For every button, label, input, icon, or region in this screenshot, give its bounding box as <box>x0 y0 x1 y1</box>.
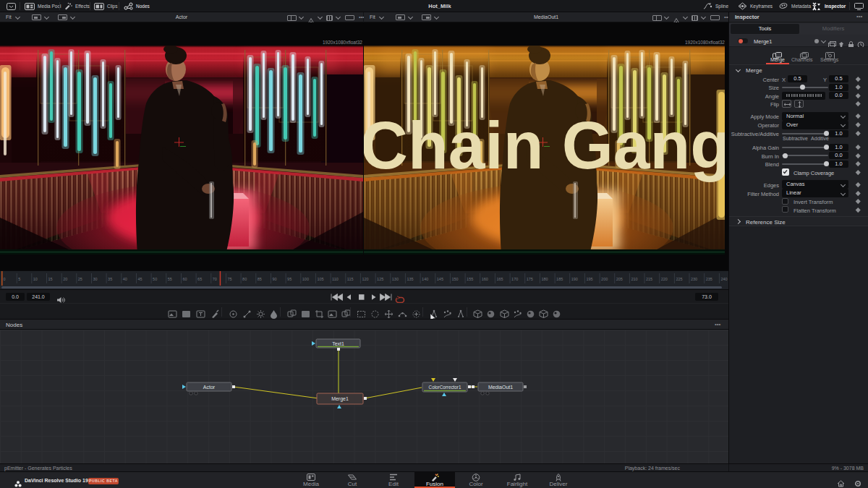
svg-text:80: 80 <box>242 277 247 281</box>
svg-text:15: 15 <box>48 277 53 281</box>
svg-text:150: 150 <box>451 277 458 281</box>
svg-text:175: 175 <box>527 277 533 281</box>
svg-text:5: 5 <box>18 277 20 281</box>
svg-text:55: 55 <box>168 277 172 281</box>
svg-text:45: 45 <box>138 277 142 281</box>
svg-text:145: 145 <box>437 277 443 281</box>
svg-text:0: 0 <box>4 277 6 281</box>
svg-text:70: 70 <box>213 277 217 281</box>
svg-text:Text1: Text1 <box>332 341 344 346</box>
svg-text:125: 125 <box>377 277 383 281</box>
svg-text:40: 40 <box>123 277 127 281</box>
svg-text:200: 200 <box>601 277 608 281</box>
svg-text:35: 35 <box>108 277 112 281</box>
svg-text:50: 50 <box>153 277 157 281</box>
svg-text:185: 185 <box>556 277 563 281</box>
svg-text:220: 220 <box>661 277 668 281</box>
svg-text:190: 190 <box>571 277 578 281</box>
svg-text:Chain Gang: Chain Gang <box>364 108 725 182</box>
svg-text:ColorCorrector1: ColorCorrector1 <box>429 385 461 390</box>
svg-text:130: 130 <box>392 277 399 281</box>
svg-text:MediaOut1: MediaOut1 <box>488 385 513 390</box>
svg-text:235: 235 <box>706 277 712 281</box>
svg-text:Merge1: Merge1 <box>331 396 349 402</box>
svg-text:75: 75 <box>228 277 232 281</box>
svg-text:170: 170 <box>511 277 518 281</box>
svg-text:105: 105 <box>317 277 323 281</box>
svg-text:60: 60 <box>183 277 187 281</box>
svg-text:65: 65 <box>197 277 202 281</box>
svg-text:115: 115 <box>347 277 354 281</box>
svg-text:155: 155 <box>467 277 473 281</box>
svg-text:120: 120 <box>362 277 368 281</box>
svg-text:210: 210 <box>631 277 637 281</box>
svg-text:135: 135 <box>407 277 413 281</box>
svg-text:240: 240 <box>720 277 727 281</box>
svg-text:10: 10 <box>33 277 38 281</box>
svg-text:95: 95 <box>287 277 292 281</box>
svg-text:180: 180 <box>541 277 548 281</box>
svg-text:215: 215 <box>646 277 652 281</box>
svg-text:85: 85 <box>258 277 262 281</box>
svg-text:225: 225 <box>676 277 682 281</box>
svg-text:160: 160 <box>482 277 488 281</box>
svg-text:100: 100 <box>302 277 309 281</box>
svg-text:205: 205 <box>616 277 623 281</box>
svg-text:195: 195 <box>586 277 592 281</box>
svg-text:90: 90 <box>273 277 277 281</box>
svg-text:Actor: Actor <box>203 385 216 390</box>
svg-text:25: 25 <box>78 277 82 281</box>
svg-text:20: 20 <box>63 277 67 281</box>
svg-text:230: 230 <box>691 277 697 281</box>
svg-text:110: 110 <box>332 277 339 281</box>
svg-text:165: 165 <box>496 277 503 281</box>
svg-text:140: 140 <box>422 277 428 281</box>
svg-text:30: 30 <box>93 277 98 281</box>
